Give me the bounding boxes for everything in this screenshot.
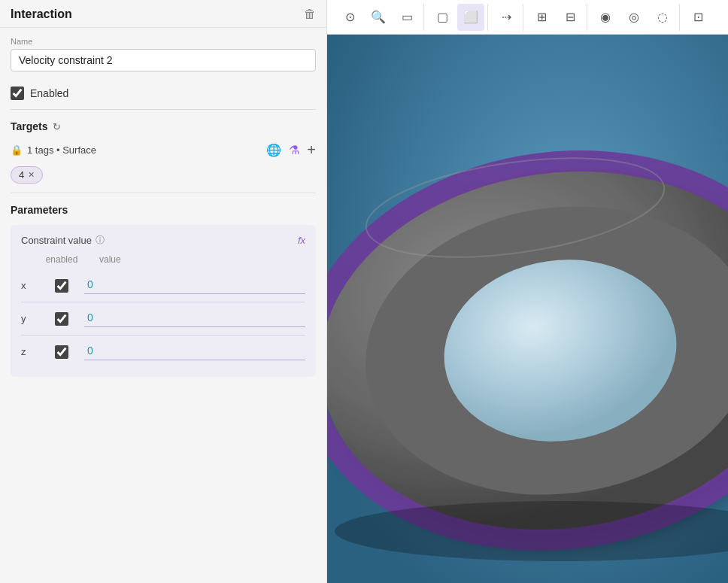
constraint-label: Constraint value ⓘ	[21, 234, 105, 247]
left-panel: Interaction 🗑 Name Enabled Targets ↻ 🔒 1…	[0, 0, 327, 583]
lock-icon: 🔒	[11, 144, 23, 156]
row-z-checkbox-wrapper	[39, 345, 84, 359]
toolbar-group-3: ⇢	[490, 4, 523, 31]
toolbar-btn-7[interactable]: ⊞	[528, 4, 555, 31]
enabled-row: Enabled	[0, 80, 326, 109]
toolbar-btn-6[interactable]: ⇢	[493, 4, 520, 31]
row-x-value[interactable]	[84, 277, 305, 294]
panel-header: Interaction 🗑	[0, 0, 326, 28]
table-row-x: x	[21, 269, 305, 302]
table-row-y: y	[21, 302, 305, 336]
toolbar-btn-12[interactable]: ⊡	[684, 4, 711, 31]
tag-remove-button[interactable]: ✕	[28, 170, 35, 180]
enabled-label: Enabled	[30, 87, 68, 99]
filter-icon[interactable]: ⚗	[289, 143, 299, 157]
toolbar-btn-10[interactable]: ◎	[620, 4, 648, 31]
tag-chip: 4 ✕	[11, 166, 43, 184]
parameters-title: Parameters	[11, 204, 316, 216]
scene-background	[327, 35, 728, 583]
axis-x-label: x	[21, 280, 39, 291]
toolbar-btn-5[interactable]: ⬜	[457, 4, 484, 31]
table-header: enabled value	[21, 254, 305, 269]
toolbar-btn-11[interactable]: ◌	[649, 4, 676, 31]
globe-icon[interactable]: 🌐	[266, 143, 281, 157]
toolbar-btn-4[interactable]: ▢	[429, 4, 456, 31]
toolbar: ⊙ 🔍 ▭ ▢ ⬜ ⇢ ⊞ ⊟ ◉ ◎ ◌ ⊡	[327, 0, 728, 35]
name-field-group: Name	[0, 28, 326, 80]
constraint-label-text: Constraint value	[21, 235, 92, 246]
toolbar-btn-8[interactable]: ⊟	[557, 4, 584, 31]
toolbar-group-6: ⊡	[681, 4, 714, 31]
delete-button[interactable]: 🗑	[304, 8, 316, 21]
row-x-checkbox-wrapper	[39, 279, 84, 293]
name-label: Name	[11, 37, 316, 46]
toolbar-btn-1[interactable]: ⊙	[336, 4, 363, 31]
targets-info: 🔒 1 tags • Surface	[11, 144, 96, 156]
parameters-section: Parameters Constraint value ⓘ fx enabled…	[0, 193, 326, 387]
enabled-checkbox[interactable]	[11, 87, 24, 100]
targets-actions: 🌐 ⚗ +	[266, 141, 316, 159]
toolbar-btn-2[interactable]: 🔍	[365, 4, 392, 31]
viewport[interactable]	[327, 35, 728, 583]
col-header-enabled: enabled	[39, 254, 84, 265]
constraint-header: Constraint value ⓘ fx	[21, 234, 305, 247]
toolbar-group-5: ◉ ◎ ◌	[589, 4, 680, 31]
name-input[interactable]	[11, 49, 316, 71]
right-panel: ⊙ 🔍 ▭ ▢ ⬜ ⇢ ⊞ ⊟ ◉ ◎ ◌ ⊡	[327, 0, 728, 583]
toolbar-btn-3[interactable]: ▭	[393, 4, 420, 31]
constraint-box: Constraint value ⓘ fx enabled value x	[11, 225, 316, 377]
tag-value: 4	[19, 169, 24, 181]
row-x-checkbox[interactable]	[55, 279, 68, 293]
fx-button[interactable]: fx	[298, 235, 305, 246]
info-icon[interactable]: ⓘ	[96, 234, 105, 247]
panel-title: Interaction	[11, 8, 72, 21]
axis-z-label: z	[21, 346, 39, 357]
toolbar-group-1: ⊙ 🔍 ▭	[333, 4, 424, 31]
toolbar-group-2: ▢ ⬜	[426, 4, 488, 31]
row-y-checkbox[interactable]	[55, 312, 68, 326]
row-y-value[interactable]	[84, 310, 305, 327]
targets-count-label: 1 tags • Surface	[27, 144, 96, 156]
table-row-z: z	[21, 336, 305, 368]
constraint-table: enabled value x y	[21, 254, 305, 368]
targets-row: 🔒 1 tags • Surface 🌐 ⚗ +	[11, 141, 316, 159]
axis-y-label: y	[21, 313, 39, 324]
col-header-value: value	[84, 254, 305, 265]
targets-title: Targets	[11, 120, 48, 132]
targets-header: Targets ↻	[11, 120, 316, 132]
row-y-checkbox-wrapper	[39, 312, 84, 326]
toolbar-btn-9[interactable]: ◉	[592, 4, 619, 31]
row-z-value[interactable]	[84, 343, 305, 360]
row-z-checkbox[interactable]	[55, 345, 68, 359]
scene-svg	[327, 35, 728, 583]
targets-section: Targets ↻ 🔒 1 tags • Surface 🌐 ⚗ + 4 ✕	[0, 110, 326, 193]
refresh-icon[interactable]: ↻	[53, 121, 61, 132]
toolbar-group-4: ⊞ ⊟	[525, 4, 587, 31]
add-target-button[interactable]: +	[307, 141, 316, 159]
